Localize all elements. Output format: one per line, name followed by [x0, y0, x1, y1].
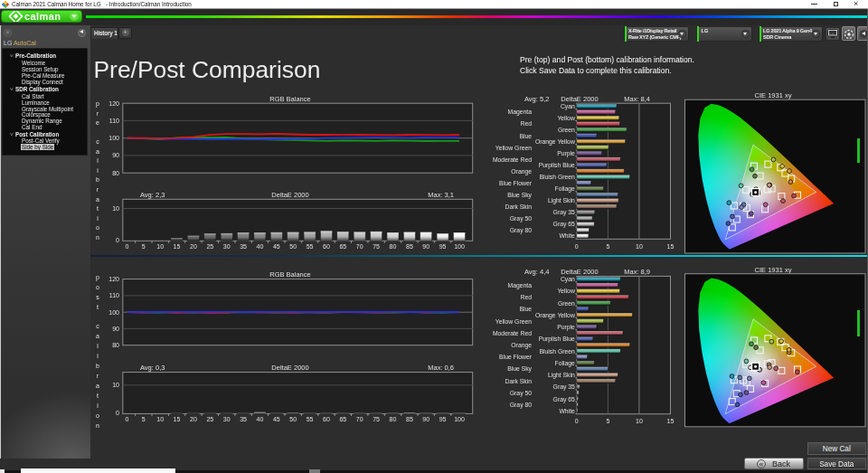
svg-text:Avg: 5,2: Avg: 5,2	[524, 95, 549, 103]
svg-text:35: 35	[240, 416, 247, 422]
svg-text:5: 5	[606, 418, 609, 424]
svg-text:CIE 1931 xy: CIE 1931 xy	[755, 91, 792, 99]
svg-text:0: 0	[116, 410, 119, 416]
svg-text:Yellow: Yellow	[557, 288, 574, 294]
svg-text:Gray 50: Gray 50	[510, 215, 532, 222]
svg-text:Max: 8,4: Max: 8,4	[624, 95, 650, 103]
svg-text:Light Skin: Light Skin	[548, 197, 575, 204]
svg-text:110: 110	[109, 118, 119, 124]
svg-text:30: 30	[223, 243, 231, 250]
svg-text:30: 30	[223, 416, 231, 422]
svg-text:90: 90	[422, 416, 429, 422]
svg-text:Orange Yellow: Orange Yellow	[535, 312, 575, 319]
svg-text:Gray 80: Gray 80	[510, 402, 532, 409]
svg-text:65: 65	[339, 243, 346, 250]
svg-text:5: 5	[142, 416, 146, 422]
svg-text:110: 110	[109, 292, 119, 298]
svg-text:80: 80	[390, 416, 397, 422]
svg-text:100: 100	[108, 135, 119, 141]
svg-text:15: 15	[174, 416, 181, 422]
svg-text:0: 0	[575, 243, 579, 250]
svg-text:Green: Green	[558, 127, 575, 133]
svg-text:45: 45	[273, 243, 280, 250]
svg-text:60: 60	[323, 243, 330, 250]
svg-text:Gray 50: Gray 50	[510, 390, 532, 397]
svg-text:Avg: 2,3: Avg: 2,3	[140, 191, 165, 199]
svg-text:100: 100	[454, 416, 465, 422]
svg-text:10: 10	[112, 205, 119, 212]
svg-text:10: 10	[156, 243, 164, 250]
svg-text:20: 20	[190, 243, 197, 250]
svg-text:95: 95	[439, 243, 447, 250]
svg-text:10: 10	[636, 243, 643, 250]
svg-text:0: 0	[125, 243, 128, 250]
svg-text:90: 90	[112, 326, 119, 332]
svg-text:CIE 1931 xy: CIE 1931 xy	[755, 266, 792, 274]
svg-text:Moderate Red: Moderate Red	[493, 330, 532, 336]
svg-text:90: 90	[422, 243, 429, 250]
svg-text:95: 95	[439, 416, 447, 422]
svg-text:Purple: Purple	[557, 150, 575, 157]
svg-text:75: 75	[373, 243, 380, 250]
svg-text:40: 40	[257, 243, 264, 250]
svg-text:Gray 35: Gray 35	[553, 209, 575, 216]
svg-text:Gray 65: Gray 65	[553, 221, 575, 228]
svg-text:Purplish Blue: Purplish Blue	[539, 336, 575, 343]
svg-text:Blue Sky: Blue Sky	[507, 192, 532, 199]
svg-text:Purplish Blue: Purplish Blue	[539, 162, 575, 169]
svg-text:Avg: 4,4: Avg: 4,4	[524, 268, 549, 276]
svg-text:Blue: Blue	[519, 306, 532, 312]
svg-text:Max: 3,1: Max: 3,1	[428, 191, 454, 199]
svg-text:55: 55	[307, 416, 314, 422]
svg-text:80: 80	[390, 243, 397, 250]
svg-text:Yellow Green: Yellow Green	[495, 145, 532, 151]
svg-text:70: 70	[356, 416, 363, 422]
svg-text:Foliage: Foliage	[555, 360, 576, 367]
svg-text:Orange Yellow: Orange Yellow	[535, 138, 575, 146]
svg-text:10: 10	[636, 418, 643, 424]
svg-text:Red: Red	[521, 120, 533, 127]
svg-text:Orange: Orange	[511, 342, 532, 349]
svg-text:Cyan: Cyan	[561, 276, 575, 283]
svg-text:50: 50	[289, 243, 297, 250]
svg-text:Bluish Green: Bluish Green	[540, 174, 576, 180]
svg-text:100: 100	[454, 243, 465, 250]
svg-text:80: 80	[112, 342, 119, 348]
svg-text:120: 120	[108, 276, 119, 282]
svg-text:85: 85	[406, 243, 413, 250]
svg-text:25: 25	[206, 243, 213, 250]
svg-text:0: 0	[575, 418, 579, 424]
svg-text:40: 40	[257, 416, 264, 422]
svg-text:0: 0	[116, 237, 119, 243]
svg-text:Blue: Blue	[519, 133, 532, 139]
svg-text:Yellow: Yellow	[557, 115, 574, 121]
svg-text:Cyan: Cyan	[561, 103, 575, 110]
svg-text:Blue Flower: Blue Flower	[499, 354, 533, 360]
svg-text:Yellow Green: Yellow Green	[495, 318, 532, 325]
svg-text:Blue Flower: Blue Flower	[499, 180, 533, 186]
svg-text:120: 120	[108, 100, 119, 107]
svg-text:White: White	[559, 408, 575, 414]
svg-text:Bluish Green: Bluish Green	[540, 348, 576, 355]
svg-text:Avg: 0,3: Avg: 0,3	[140, 364, 165, 372]
svg-text:RGB Balance: RGB Balance	[269, 95, 310, 103]
svg-text:15: 15	[667, 243, 675, 250]
svg-text:70: 70	[356, 243, 363, 250]
svg-text:85: 85	[406, 416, 413, 422]
svg-text:Green: Green	[558, 300, 575, 307]
svg-text:Max: 8,9: Max: 8,9	[624, 268, 650, 276]
svg-text:20: 20	[190, 416, 197, 422]
svg-text:Gray 80: Gray 80	[510, 227, 532, 234]
svg-text:Magenta: Magenta	[508, 109, 533, 116]
svg-text:Light Skin: Light Skin	[548, 372, 575, 379]
svg-text:55: 55	[307, 243, 314, 250]
svg-text:Blue Sky: Blue Sky	[507, 365, 532, 373]
svg-text:90: 90	[112, 152, 119, 158]
svg-text:5: 5	[606, 243, 609, 250]
svg-text:80: 80	[112, 170, 119, 176]
svg-text:Gray 65: Gray 65	[553, 396, 575, 403]
svg-text:Dark Skin: Dark Skin	[505, 378, 533, 384]
svg-text:Orange: Orange	[511, 168, 532, 175]
svg-text:15: 15	[174, 243, 181, 250]
svg-text:15: 15	[667, 418, 675, 424]
